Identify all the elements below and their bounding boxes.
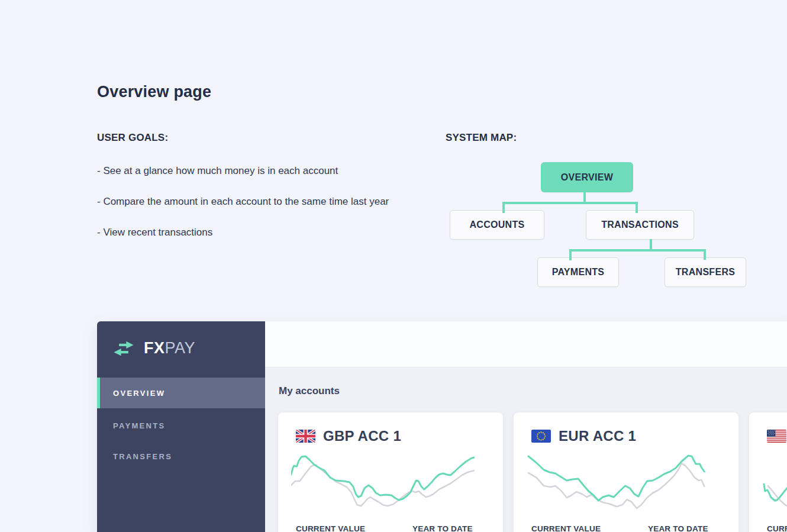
current-value-label: CURRENT VALUE: [767, 524, 787, 532]
user-goals-heading: USER GOALS:: [97, 132, 168, 144]
my-accounts-heading: My accounts: [279, 385, 787, 397]
card-header: GBP ACC 1: [296, 428, 485, 444]
current-value-label: CURRENT VALUE: [531, 524, 648, 532]
app-topbar: [265, 321, 787, 367]
sidebar-item-payments[interactable]: PAYMENTS: [97, 412, 265, 439]
map-connector: [502, 202, 505, 213]
user-goal-item: - See at a glance how much money is in e…: [97, 163, 392, 179]
map-node-transfers: TRANSFERS: [665, 257, 746, 287]
last-year-line: [528, 463, 704, 508]
app-content: My accounts GBP ACC 1: [265, 367, 787, 532]
system-map-heading: SYSTEM MAP:: [446, 132, 517, 144]
sidebar-item-transfers[interactable]: TRANSFERS: [97, 443, 265, 470]
map-node-transactions: TRANSACTIONS: [586, 210, 694, 240]
year-to-date-label: YEAR TO DATE: [412, 524, 473, 532]
page-title: Overview page: [97, 83, 211, 101]
app-main: My accounts GBP ACC 1: [265, 321, 787, 532]
map-connector: [636, 202, 638, 213]
user-goal-item: - Compare the amount in each account to …: [97, 194, 392, 209]
map-node-accounts: ACCOUNTS: [450, 210, 544, 240]
uk-flag-icon: [296, 430, 315, 443]
user-goal-item: - View recent transactions: [97, 225, 392, 240]
account-sparkline-chart: [527, 453, 710, 510]
card-stats: CURRENT VALUE YEAR TO DATE: [296, 524, 485, 532]
account-sparkline-chart: [762, 453, 787, 510]
brand-light: PAY: [165, 339, 196, 357]
sidebar-nav: OVERVIEW PAYMENTS TRANSFERS: [97, 378, 265, 470]
account-name: GBP ACC 1: [323, 428, 401, 444]
map-connector: [569, 249, 572, 260]
user-goals-list: - See at a glance how much money is in e…: [97, 163, 392, 256]
last-year-line: [291, 465, 475, 506]
sidebar: FXPAY OVERVIEW PAYMENTS TRANSFERS: [97, 321, 265, 532]
map-connector: [704, 249, 706, 260]
eu-flag-icon: [531, 430, 551, 443]
current-line: [764, 481, 787, 501]
current-value-label: CURRENT VALUE: [296, 524, 412, 532]
current-line: [291, 456, 475, 500]
account-card-eur[interactable]: EUR ACC 1 CURRENT VALUE YEAR TO DATE: [514, 412, 738, 532]
map-connector: [502, 202, 638, 204]
swap-arrows-icon: [113, 340, 134, 357]
card-stats: CURRENT VALUE YEAR TO DATE: [767, 524, 787, 532]
account-name: EUR ACC 1: [559, 428, 636, 444]
account-sparkline-chart: [291, 453, 475, 510]
brand-wordmark: FXPAY: [144, 339, 195, 357]
card-header: [767, 428, 787, 444]
year-to-date-label: YEAR TO DATE: [648, 524, 708, 532]
us-flag-icon: [767, 430, 786, 443]
map-node-payments: PAYMENTS: [537, 257, 619, 287]
account-card-usd[interactable]: CURRENT VALUE YEAR TO DATE: [749, 412, 787, 532]
map-connector: [569, 249, 706, 252]
sidebar-item-overview[interactable]: OVERVIEW: [97, 378, 265, 408]
card-header: EUR ACC 1: [531, 428, 721, 444]
app-logo: FXPAY: [97, 321, 265, 357]
card-stats: CURRENT VALUE YEAR TO DATE: [531, 524, 721, 532]
brand-bold: FX: [144, 339, 165, 357]
account-cards-row: GBP ACC 1 CURRENT VALUE YEAR TO DATE: [278, 412, 787, 532]
account-card-gbp[interactable]: GBP ACC 1 CURRENT VALUE YEAR TO DATE: [278, 412, 503, 532]
fxpay-app-mockup: FXPAY OVERVIEW PAYMENTS TRANSFERS My acc…: [97, 321, 787, 532]
map-node-overview: OVERVIEW: [541, 162, 633, 192]
current-line: [528, 456, 704, 501]
